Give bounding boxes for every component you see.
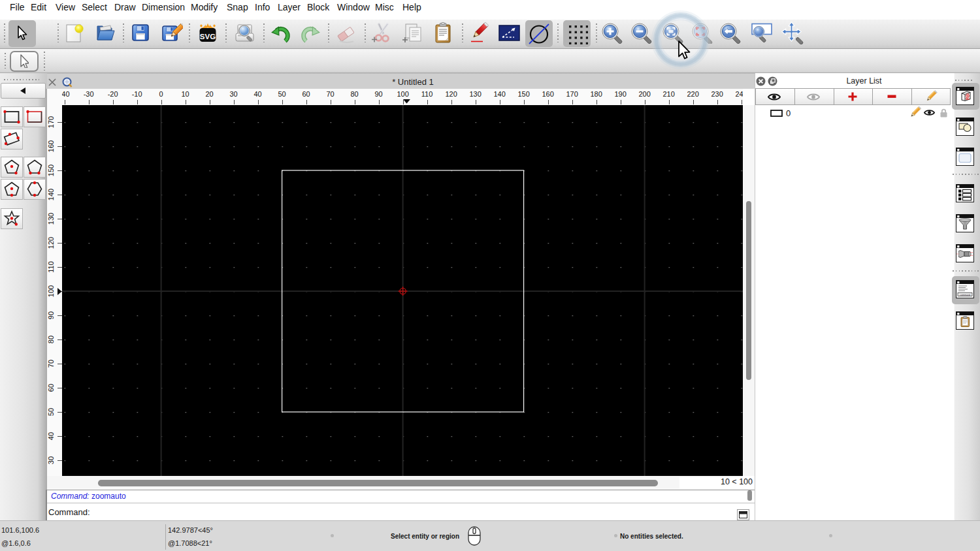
svg-text:command: command bbox=[960, 294, 970, 296]
svg-text:SVG: SVG bbox=[200, 33, 216, 40]
